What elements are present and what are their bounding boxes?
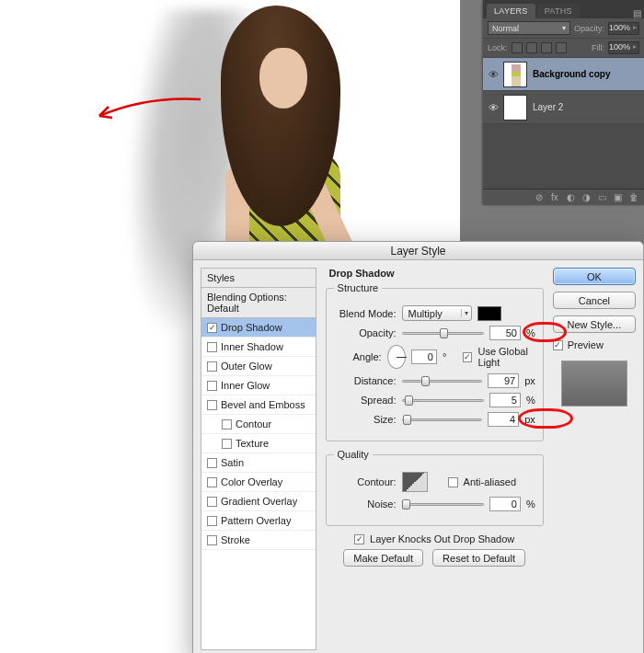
style-checkbox[interactable] — [222, 419, 232, 430]
style-item-inner-shadow[interactable]: Inner Shadow — [201, 338, 316, 357]
style-checkbox[interactable] — [207, 516, 217, 526]
lock-label: Lock: — [488, 43, 508, 52]
style-item-gradient-overlay[interactable]: Gradient Overlay — [201, 492, 316, 511]
group-icon[interactable]: ▭ — [598, 192, 609, 203]
visibility-eye-icon[interactable]: 👁 — [483, 69, 503, 80]
style-item-color-overlay[interactable]: Color Overlay — [201, 473, 316, 492]
panel-menu-icon[interactable]: ▤ — [629, 8, 644, 18]
style-checkbox[interactable] — [207, 342, 217, 352]
style-item-inner-glow[interactable]: Inner Glow — [201, 376, 316, 395]
style-label: Bevel and Emboss — [221, 399, 305, 410]
size-label: Size: — [334, 414, 397, 425]
fill-label: Fill: — [592, 43, 604, 52]
dialog-title: Layer Style — [193, 242, 643, 260]
preview-swatch — [561, 361, 627, 407]
spread-slider[interactable] — [402, 394, 484, 407]
layer-name: Layer 2 — [527, 102, 644, 112]
lock-image-icon[interactable] — [526, 42, 537, 53]
style-checkbox[interactable] — [207, 535, 217, 545]
style-item-outer-glow[interactable]: Outer Glow — [201, 357, 316, 376]
opacity-unit: % — [526, 327, 535, 338]
contour-picker[interactable] — [402, 472, 428, 492]
preview-checkbox[interactable] — [553, 340, 563, 350]
style-item-satin[interactable]: Satin — [201, 453, 316, 473]
tab-layers[interactable]: LAYERS — [487, 4, 535, 18]
size-field[interactable]: 4 — [488, 412, 519, 427]
style-checkbox[interactable] — [207, 497, 217, 507]
angle-unit: ° — [443, 351, 446, 362]
style-checkbox[interactable] — [207, 477, 217, 487]
layers-panel: LAYERS PATHS ▤ Normal▾ Opacity: 100% Loc… — [483, 0, 644, 205]
opacity-field[interactable]: 100% — [608, 22, 639, 35]
opacity-field[interactable]: 50 — [489, 326, 521, 340]
spread-field[interactable]: 5 — [489, 393, 521, 407]
layer-thumbnail[interactable] — [503, 95, 527, 120]
style-label: Pattern Overlay — [221, 515, 291, 526]
cancel-button[interactable]: Cancel — [553, 292, 636, 309]
spread-unit: % — [526, 395, 535, 406]
style-label: Color Overlay — [221, 476, 282, 487]
global-light-label: Use Global Light — [477, 346, 535, 368]
size-slider[interactable] — [402, 413, 483, 426]
link-layers-icon[interactable]: ⊘ — [535, 192, 546, 203]
tab-paths[interactable]: PATHS — [537, 4, 580, 18]
angle-dial[interactable] — [387, 345, 406, 369]
mask-icon[interactable]: ◐ — [567, 192, 578, 203]
distance-unit: px — [524, 375, 535, 386]
fx-icon[interactable]: fx — [551, 192, 562, 203]
section-title: Drop Shadow — [329, 268, 544, 279]
style-item-bevel-and-emboss[interactable]: Bevel and Emboss — [201, 395, 316, 415]
trash-icon[interactable]: 🗑 — [629, 192, 640, 203]
style-item-contour[interactable]: Contour — [201, 415, 316, 434]
style-checkbox[interactable] — [207, 381, 217, 391]
distance-slider[interactable] — [402, 374, 483, 387]
layer-thumbnail[interactable] — [503, 62, 527, 87]
layer-row-background-copy[interactable]: 👁 Background copy — [483, 58, 644, 91]
style-item-stroke[interactable]: Stroke — [201, 531, 316, 550]
blending-options-default[interactable]: Blending Options: Default — [201, 287, 316, 317]
layer-blend-mode-select[interactable]: Normal▾ — [488, 21, 570, 35]
layer-row-layer-2[interactable]: 👁 Layer 2 — [483, 91, 644, 124]
lock-transparency-icon[interactable] — [512, 42, 523, 53]
layer-blend-mode-value: Normal — [492, 24, 519, 33]
global-light-checkbox[interactable] — [463, 352, 472, 362]
layer-style-dialog: Layer Style Styles Blending Options: Def… — [192, 241, 644, 653]
opacity-slider[interactable] — [402, 326, 484, 339]
style-checkbox[interactable] — [207, 458, 217, 468]
reset-default-button[interactable]: Reset to Default — [432, 549, 525, 567]
shadow-color-swatch[interactable] — [477, 306, 501, 321]
size-unit: px — [524, 414, 535, 425]
style-item-pattern-overlay[interactable]: Pattern Overlay — [201, 511, 316, 531]
adjustment-icon[interactable]: ◑ — [582, 192, 593, 203]
style-checkbox[interactable] — [207, 400, 217, 410]
new-style-button[interactable]: New Style... — [553, 315, 636, 333]
blend-mode-label: Blend Mode: — [334, 308, 397, 319]
make-default-button[interactable]: Make Default — [343, 549, 423, 567]
visibility-eye-icon[interactable]: 👁 — [483, 102, 503, 113]
noise-field[interactable]: 0 — [489, 497, 521, 511]
angle-field[interactable]: 0 — [411, 349, 437, 364]
style-checkbox[interactable] — [207, 323, 217, 333]
effect-settings-column: Drop Shadow Structure Blend Mode: Multip… — [322, 268, 547, 650]
new-layer-icon[interactable]: ▣ — [614, 192, 625, 203]
antialias-checkbox[interactable] — [448, 477, 458, 487]
blend-mode-select[interactable]: Multiply — [402, 305, 472, 321]
lock-all-icon[interactable] — [556, 42, 567, 53]
style-label: Stroke — [221, 534, 250, 545]
style-checkbox[interactable] — [207, 361, 217, 372]
ok-button[interactable]: OK — [553, 268, 636, 285]
style-checkbox[interactable] — [222, 439, 232, 449]
knocks-out-checkbox[interactable] — [354, 534, 364, 544]
distance-field[interactable]: 97 — [488, 373, 519, 388]
noise-slider[interactable] — [402, 498, 484, 510]
style-label: Inner Glow — [221, 380, 270, 391]
dialog-side-buttons: OK Cancel New Style... Preview — [553, 268, 636, 650]
styles-header[interactable]: Styles — [201, 268, 316, 287]
fill-field[interactable]: 100% — [608, 41, 639, 54]
layer-name: Background copy — [527, 69, 644, 79]
style-item-texture[interactable]: Texture — [201, 434, 316, 453]
lock-position-icon[interactable] — [541, 42, 552, 53]
style-label: Inner Shadow — [221, 341, 283, 352]
style-item-drop-shadow[interactable]: Drop Shadow — [201, 318, 316, 338]
angle-label: Angle: — [334, 351, 382, 362]
